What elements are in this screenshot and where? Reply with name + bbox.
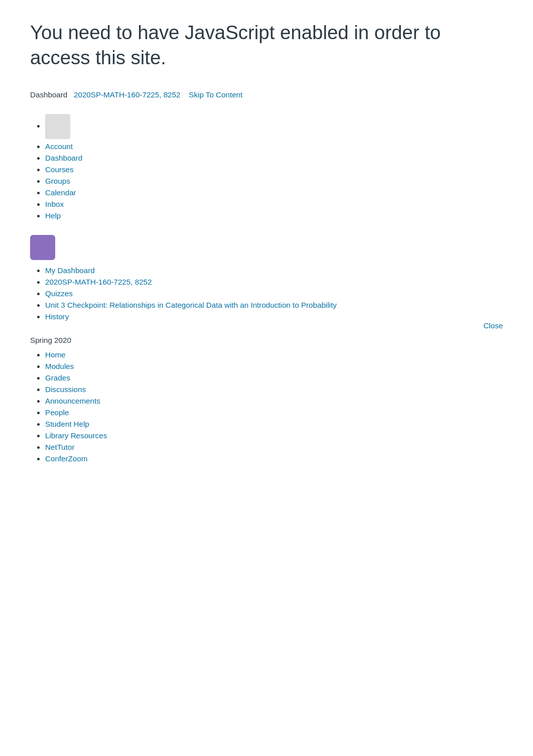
course-nav-link[interactable]: Home [45,350,66,359]
course-nav-link[interactable]: Library Resources [45,431,107,440]
course-nav-link[interactable]: Grades [45,373,70,382]
semester-label: Spring 2020 [30,336,503,344]
course-nav-list: HomeModulesGradesDiscussionsAnnouncement… [30,350,503,463]
course-panel: My Dashboard2020SP-MATH-160-7225, 8252Qu… [30,235,503,321]
list-item: Quizzes [45,289,503,298]
list-item: Student Help [45,420,503,428]
course-panel-list: My Dashboard2020SP-MATH-160-7225, 8252Qu… [30,266,503,321]
global-nav-list [30,114,503,139]
nav-link[interactable]: Inbox [45,200,64,208]
nav-link[interactable]: Groups [45,177,70,185]
nav-link[interactable]: Courses [45,165,74,174]
list-item: Dashboard [45,154,503,162]
user-avatar [30,235,55,260]
list-item [45,114,503,139]
list-item: My Dashboard [45,266,503,275]
nav-link[interactable]: Dashboard [45,154,82,162]
list-item: Modules [45,362,503,370]
course-panel-link[interactable]: Quizzes [45,289,73,298]
list-item: Calendar [45,188,503,197]
list-item: History [45,312,503,321]
list-item: Inbox [45,200,503,208]
list-item: Library Resources [45,431,503,440]
breadcrumb-course-link[interactable]: 2020SP-MATH-160-7225, 8252 [74,90,180,99]
course-nav-link[interactable]: People [45,408,69,417]
course-panel-link[interactable]: Unit 3 Checkpoint: Relationships in Cate… [45,301,337,309]
course-nav-link[interactable]: Announcements [45,397,100,405]
nav-link[interactable]: Account [45,142,73,151]
list-item: ConferZoom [45,454,503,463]
list-item: 2020SP-MATH-160-7225, 8252 [45,278,503,286]
course-nav-link[interactable]: Discussions [45,385,86,394]
js-warning: You need to have JavaScript enabled in o… [30,20,503,70]
course-nav-link[interactable]: Student Help [45,420,89,428]
close-button[interactable]: Close [483,321,503,330]
list-item: Unit 3 Checkpoint: Relationships in Cate… [45,301,503,309]
avatar-placeholder [45,114,70,139]
list-item: Account [45,142,503,151]
course-panel-link[interactable]: History [45,312,69,321]
list-item: Home [45,350,503,359]
breadcrumb-dashboard: Dashboard [30,90,67,99]
global-nav-links: AccountDashboardCoursesGroupsCalendarInb… [30,142,503,220]
js-warning-title: You need to have JavaScript enabled in o… [30,20,503,70]
course-nav-link[interactable]: NetTutor [45,443,75,451]
global-nav: AccountDashboardCoursesGroupsCalendarInb… [30,114,503,220]
list-item: Announcements [45,397,503,405]
list-item: NetTutor [45,443,503,451]
nav-link[interactable]: Help [45,211,61,220]
list-item: Courses [45,165,503,174]
course-nav-link[interactable]: Modules [45,362,74,370]
breadcrumb: Dashboard 2020SP-MATH-160-7225, 8252 Ski… [30,90,503,99]
course-nav-link[interactable]: ConferZoom [45,454,87,463]
list-item: Help [45,211,503,220]
course-panel-link[interactable]: My Dashboard [45,266,95,275]
skip-to-content-link[interactable]: Skip To Content [189,90,242,99]
list-item: Discussions [45,385,503,394]
course-nav: HomeModulesGradesDiscussionsAnnouncement… [30,350,503,463]
nav-link[interactable]: Calendar [45,188,76,197]
course-panel-link[interactable]: 2020SP-MATH-160-7225, 8252 [45,278,152,286]
list-item: Groups [45,177,503,185]
list-item: People [45,408,503,417]
list-item: Grades [45,373,503,382]
